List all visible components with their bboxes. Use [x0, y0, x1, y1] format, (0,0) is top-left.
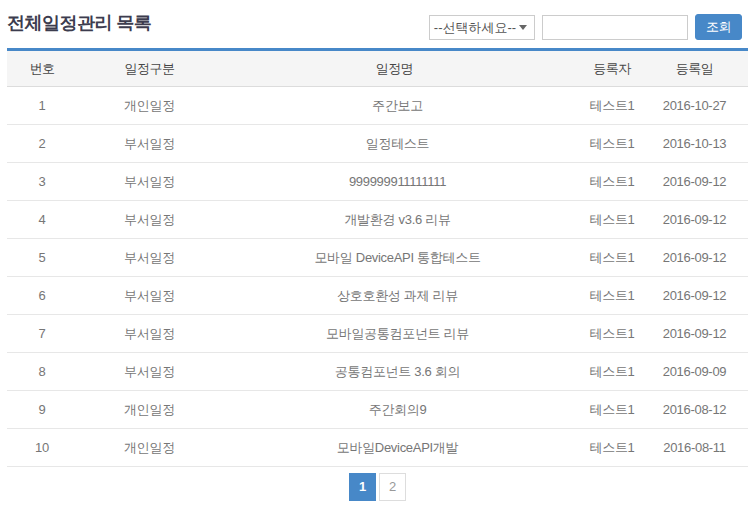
cell-schedule-name: 일정테스트	[222, 125, 567, 163]
cell-registrant: 테스트1	[567, 391, 657, 429]
column-header-date: 등록일	[657, 50, 748, 87]
cell-category: 개인일정	[77, 87, 222, 125]
table-header: 번호 일정구분 일정명 등록자 등록일	[7, 50, 748, 87]
chevron-down-icon	[519, 25, 527, 30]
search-toolbar: --선택하세요-- 조회	[429, 15, 742, 40]
table-row[interactable]: 5 부서일정 모바일 DeviceAPI 통합테스트 테스트1 2016-09-…	[7, 239, 748, 277]
cell-date: 2016-09-09	[657, 353, 748, 391]
table-row[interactable]: 9 개인일정 주간회의9 테스트1 2016-08-12	[7, 391, 748, 429]
column-header-schedule-name: 일정명	[222, 50, 567, 87]
cell-registrant: 테스트1	[567, 201, 657, 239]
cell-category: 부서일정	[77, 201, 222, 239]
cell-no: 5	[7, 239, 77, 277]
cell-no: 3	[7, 163, 77, 201]
table-row[interactable]: 7 부서일정 모바일공통컴포넌트 리뷰 테스트1 2016-09-12	[7, 315, 748, 353]
page-header: 전체일정관리 목록 --선택하세요-- 조회	[0, 0, 755, 48]
table-row[interactable]: 3 부서일정 999999911111111 테스트1 2016-09-12	[7, 163, 748, 201]
table-row[interactable]: 4 부서일정 개발환경 v3.6 리뷰 테스트1 2016-09-12	[7, 201, 748, 239]
cell-category: 부서일정	[77, 163, 222, 201]
cell-registrant: 테스트1	[567, 353, 657, 391]
cell-category: 부서일정	[77, 353, 222, 391]
pagination: 1 2	[0, 473, 755, 501]
schedule-management-page: 전체일정관리 목록 --선택하세요-- 조회 번호 일정구분 일정명 등록자 등…	[0, 0, 755, 507]
cell-no: 9	[7, 391, 77, 429]
search-category-select[interactable]: --선택하세요--	[429, 15, 535, 40]
column-header-registrant: 등록자	[567, 50, 657, 87]
cell-schedule-name: 공통컴포넌트 3.6 회의	[222, 353, 567, 391]
cell-date: 2016-09-12	[657, 239, 748, 277]
cell-schedule-name: 모바일DeviceAPI개발	[222, 429, 567, 467]
cell-schedule-name: 999999911111111	[222, 163, 567, 201]
cell-registrant: 테스트1	[567, 277, 657, 315]
table-body: 1 개인일정 주간보고 테스트1 2016-10-27 2 부서일정 일정테스트…	[7, 87, 748, 467]
page-title: 전체일정관리 목록	[7, 12, 152, 34]
cell-category: 개인일정	[77, 429, 222, 467]
cell-no: 1	[7, 87, 77, 125]
cell-date: 2016-09-12	[657, 201, 748, 239]
cell-schedule-name: 주간보고	[222, 87, 567, 125]
cell-registrant: 테스트1	[567, 87, 657, 125]
table-row[interactable]: 6 부서일정 상호호환성 과제 리뷰 테스트1 2016-09-12	[7, 277, 748, 315]
cell-schedule-name: 상호호환성 과제 리뷰	[222, 277, 567, 315]
cell-no: 6	[7, 277, 77, 315]
schedule-table: 번호 일정구분 일정명 등록자 등록일 1 개인일정 주간보고 테스트1 201…	[7, 48, 748, 467]
cell-date: 2016-09-12	[657, 315, 748, 353]
cell-date: 2016-08-11	[657, 429, 748, 467]
cell-date: 2016-09-12	[657, 163, 748, 201]
cell-category: 부서일정	[77, 125, 222, 163]
page-button[interactable]: 2	[379, 473, 406, 501]
column-header-no: 번호	[7, 50, 77, 87]
cell-no: 2	[7, 125, 77, 163]
cell-schedule-name: 모바일공통컴포넌트 리뷰	[222, 315, 567, 353]
table-row[interactable]: 2 부서일정 일정테스트 테스트1 2016-10-13	[7, 125, 748, 163]
cell-registrant: 테스트1	[567, 315, 657, 353]
page-button[interactable]: 1	[349, 473, 376, 501]
table-row[interactable]: 1 개인일정 주간보고 테스트1 2016-10-27	[7, 87, 748, 125]
cell-no: 4	[7, 201, 77, 239]
search-button[interactable]: 조회	[695, 14, 742, 40]
cell-date: 2016-09-12	[657, 277, 748, 315]
select-value-label: --선택하세요--	[434, 19, 516, 37]
cell-date: 2016-10-27	[657, 87, 748, 125]
table-row[interactable]: 10 개인일정 모바일DeviceAPI개발 테스트1 2016-08-11	[7, 429, 748, 467]
cell-category: 부서일정	[77, 277, 222, 315]
cell-registrant: 테스트1	[567, 239, 657, 277]
table-row[interactable]: 8 부서일정 공통컴포넌트 3.6 회의 테스트1 2016-09-09	[7, 353, 748, 391]
cell-registrant: 테스트1	[567, 429, 657, 467]
cell-registrant: 테스트1	[567, 163, 657, 201]
cell-no: 7	[7, 315, 77, 353]
cell-schedule-name: 주간회의9	[222, 391, 567, 429]
cell-no: 8	[7, 353, 77, 391]
cell-date: 2016-08-12	[657, 391, 748, 429]
cell-schedule-name: 개발환경 v3.6 리뷰	[222, 201, 567, 239]
cell-category: 개인일정	[77, 391, 222, 429]
search-input[interactable]	[542, 15, 688, 40]
cell-date: 2016-10-13	[657, 125, 748, 163]
cell-registrant: 테스트1	[567, 125, 657, 163]
cell-schedule-name: 모바일 DeviceAPI 통합테스트	[222, 239, 567, 277]
cell-category: 부서일정	[77, 315, 222, 353]
column-header-category: 일정구분	[77, 50, 222, 87]
cell-no: 10	[7, 429, 77, 467]
cell-category: 부서일정	[77, 239, 222, 277]
